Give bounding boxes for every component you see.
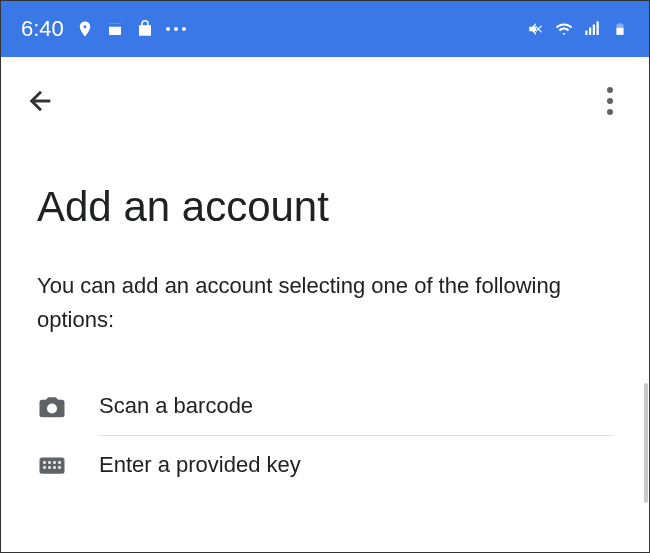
- wifi-icon: [555, 20, 573, 38]
- more-notifications-icon: [166, 27, 186, 31]
- svg-rect-3: [43, 461, 46, 464]
- battery-icon: [611, 20, 629, 38]
- option-enter-key[interactable]: Enter a provided key: [37, 436, 613, 494]
- scroll-indicator: [644, 383, 648, 503]
- status-right: [527, 20, 629, 38]
- page-title: Add an account: [37, 183, 613, 231]
- status-time: 6:40: [21, 16, 64, 42]
- shopping-icon: [136, 20, 154, 38]
- option-label: Scan a barcode: [99, 393, 253, 419]
- status-left: 6:40: [21, 16, 186, 42]
- overflow-menu-button[interactable]: [599, 79, 621, 123]
- svg-rect-8: [48, 466, 51, 469]
- svg-rect-7: [43, 466, 46, 469]
- option-label: Enter a provided key: [99, 452, 301, 478]
- option-scan-barcode[interactable]: Scan a barcode: [37, 377, 613, 435]
- camera-icon: [37, 391, 67, 421]
- main-content: Add an account You can add an account se…: [1, 133, 649, 494]
- svg-rect-5: [53, 461, 56, 464]
- back-button[interactable]: [21, 81, 61, 121]
- svg-rect-9: [53, 466, 56, 469]
- svg-rect-10: [58, 466, 61, 469]
- svg-rect-4: [48, 461, 51, 464]
- keyboard-icon: [37, 450, 67, 480]
- status-bar: 6:40: [1, 1, 649, 57]
- signal-icon: [583, 20, 601, 38]
- svg-rect-2: [40, 458, 65, 474]
- mute-icon: [527, 20, 545, 38]
- svg-rect-6: [58, 461, 61, 464]
- maps-icon: [76, 20, 94, 38]
- calendar-icon: [106, 20, 124, 38]
- app-bar: [1, 57, 649, 133]
- page-description: You can add an account selecting one of …: [37, 269, 613, 337]
- svg-rect-1: [109, 24, 121, 27]
